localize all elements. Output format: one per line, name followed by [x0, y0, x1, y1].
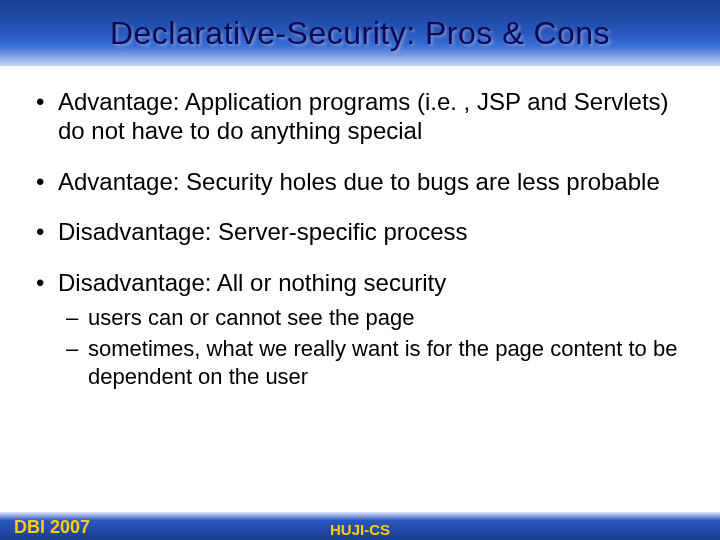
list-item: Disadvantage: All or nothing security us…	[30, 269, 690, 390]
footer-bar: DBI 2007 HUJI-CS	[0, 512, 720, 540]
bullet-list: Advantage: Application programs (i.e. , …	[30, 88, 690, 390]
list-item: sometimes, what we really want is for th…	[64, 335, 690, 390]
bullet-text: Disadvantage: Server-specific process	[58, 218, 468, 245]
list-item: Advantage: Application programs (i.e. , …	[30, 88, 690, 146]
footer-left: DBI 2007	[14, 517, 90, 538]
bullet-text: Disadvantage: All or nothing security	[58, 269, 446, 296]
list-item: Disadvantage: Server-specific process	[30, 218, 690, 247]
slide: Declarative-Security: Pros & Cons Advant…	[0, 0, 720, 540]
bullet-text: Advantage: Application programs (i.e. , …	[58, 88, 669, 144]
slide-body: Advantage: Application programs (i.e. , …	[0, 66, 720, 540]
list-item: Advantage: Security holes due to bugs ar…	[30, 168, 690, 197]
list-item: users can or cannot see the page	[64, 304, 690, 332]
sub-bullet-list: users can or cannot see the page sometim…	[64, 304, 690, 391]
title-bar: Declarative-Security: Pros & Cons	[0, 0, 720, 66]
footer-center: HUJI-CS	[330, 521, 390, 538]
bullet-text: Advantage: Security holes due to bugs ar…	[58, 168, 660, 195]
slide-title: Declarative-Security: Pros & Cons	[110, 15, 610, 52]
sub-bullet-text: sometimes, what we really want is for th…	[88, 336, 677, 389]
sub-bullet-text: users can or cannot see the page	[88, 305, 415, 330]
